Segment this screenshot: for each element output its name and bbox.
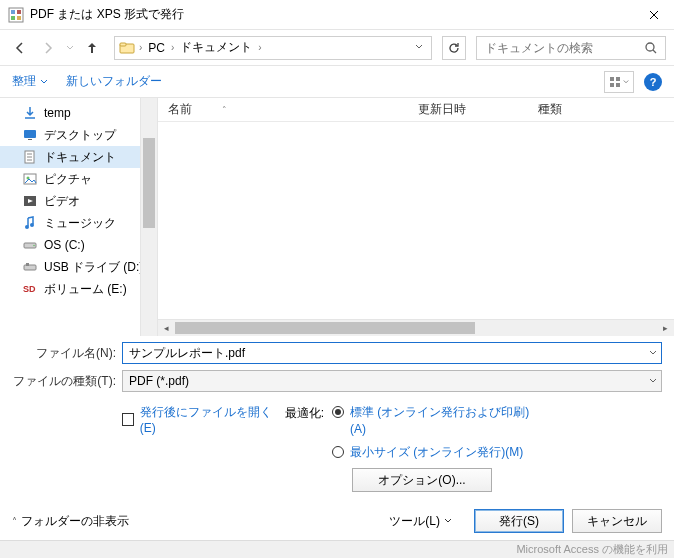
svg-rect-2: [17, 10, 21, 14]
tree-label: ドキュメント: [44, 149, 116, 166]
tree-label: OS (C:): [44, 238, 85, 252]
tools-menu[interactable]: ツール(L): [389, 513, 452, 530]
download-icon: [22, 105, 38, 121]
file-list: 名前 ˄ 更新日時 種類 ◂ ▸: [158, 98, 674, 336]
list-header: 名前 ˄ 更新日時 種類: [158, 98, 674, 122]
status-text: Microsoft Access の機能を利用: [516, 542, 668, 557]
scrollbar-thumb[interactable]: [175, 322, 475, 334]
search-icon[interactable]: [643, 41, 659, 55]
filename-label: ファイル名(N):: [12, 345, 122, 362]
svg-rect-8: [610, 77, 614, 81]
options-button[interactable]: オプション(O)...: [352, 468, 492, 492]
address-dropdown-icon[interactable]: [411, 42, 427, 53]
breadcrumb-pc[interactable]: PC: [146, 41, 167, 55]
address-bar[interactable]: › PC › ドキュメント ›: [114, 36, 432, 60]
new-folder-button[interactable]: 新しいフォルダー: [66, 73, 162, 90]
svg-point-7: [646, 43, 654, 51]
horizontal-scrollbar[interactable]: ◂ ▸: [158, 319, 674, 336]
save-fields: ファイル名(N): サンプルレポート.pdf ファイルの種類(T): PDF (…: [0, 336, 674, 392]
chevron-icon: ›: [139, 42, 142, 53]
tree-item-usb[interactable]: USB ドライブ (D:): [0, 256, 157, 278]
file-browser: temp デスクトップ ドキュメント ピクチャ ビデオ ミュージック OS (C…: [0, 98, 674, 336]
folder-icon: [119, 40, 135, 56]
filetype-value: PDF (*.pdf): [129, 374, 189, 388]
chevron-icon: ›: [258, 42, 261, 53]
tree-item-documents[interactable]: ドキュメント: [0, 146, 157, 168]
filename-value: サンプルレポート.pdf: [129, 345, 245, 362]
app-icon: [8, 7, 24, 23]
scrollbar-thumb[interactable]: [143, 138, 155, 228]
column-name[interactable]: 名前 ˄: [158, 101, 408, 118]
svg-rect-4: [17, 16, 21, 20]
publish-options: 発行後にファイルを開く(E) 最適化: 標準 (オンライン発行および印刷)(A)…: [0, 398, 674, 502]
forward-button[interactable]: [36, 36, 60, 60]
document-icon: [22, 149, 38, 165]
open-after-checkbox[interactable]: 発行後にファイルを開く(E): [122, 404, 272, 435]
tree-label: ビデオ: [44, 193, 80, 210]
svg-rect-11: [616, 83, 620, 87]
close-button[interactable]: [634, 0, 674, 30]
help-button[interactable]: ?: [644, 73, 662, 91]
svg-rect-9: [616, 77, 620, 81]
svg-rect-3: [11, 16, 15, 20]
svg-rect-23: [26, 263, 29, 266]
tree-label: デスクトップ: [44, 127, 116, 144]
svg-rect-1: [11, 10, 15, 14]
svg-rect-6: [120, 43, 126, 46]
breadcrumb-folder[interactable]: ドキュメント: [178, 39, 254, 56]
drive-icon: [22, 237, 38, 253]
search-box[interactable]: [476, 36, 666, 60]
tree-item-pictures[interactable]: ピクチャ: [0, 168, 157, 190]
tree-label: ボリューム (E:): [44, 281, 127, 298]
column-type[interactable]: 種類: [528, 101, 674, 118]
status-bar: Microsoft Access の機能を利用: [0, 540, 674, 558]
tree-item-volume-e[interactable]: SD ボリューム (E:): [0, 278, 157, 300]
dropdown-icon[interactable]: [649, 348, 657, 359]
radio-icon: [332, 446, 344, 458]
tree-scrollbar[interactable]: [140, 98, 157, 336]
tree-item-drive-c[interactable]: OS (C:): [0, 234, 157, 256]
back-button[interactable]: [8, 36, 32, 60]
svg-rect-22: [24, 265, 36, 270]
window-title: PDF または XPS 形式で発行: [30, 6, 634, 23]
filetype-select[interactable]: PDF (*.pdf): [122, 370, 662, 392]
chevron-down-icon: [444, 517, 452, 525]
refresh-button[interactable]: [442, 36, 466, 60]
tree-item-videos[interactable]: ビデオ: [0, 190, 157, 212]
standard-label: 標準 (オンライン発行および印刷)(A): [350, 404, 530, 438]
svg-rect-10: [610, 83, 614, 87]
publish-button[interactable]: 発行(S): [474, 509, 564, 533]
dropdown-icon[interactable]: [649, 376, 657, 387]
scroll-left-icon[interactable]: ◂: [158, 320, 175, 336]
view-options-button[interactable]: [604, 71, 634, 93]
cancel-button[interactable]: キャンセル: [572, 509, 662, 533]
svg-point-21: [33, 245, 35, 247]
checkbox-icon: [122, 413, 134, 426]
tree-item-temp[interactable]: temp: [0, 102, 157, 124]
up-button[interactable]: [80, 36, 104, 60]
filename-input[interactable]: サンプルレポート.pdf: [122, 342, 662, 364]
hide-folders-toggle[interactable]: ˄ フォルダーの非表示: [12, 513, 129, 530]
tree-item-music[interactable]: ミュージック: [0, 212, 157, 234]
tree-item-desktop[interactable]: デスクトップ: [0, 124, 157, 146]
optimize-minimum-radio[interactable]: 最小サイズ (オンライン発行)(M): [332, 444, 530, 461]
tree-label: temp: [44, 106, 71, 120]
optimize-standard-radio[interactable]: 標準 (オンライン発行および印刷)(A): [332, 404, 530, 438]
desktop-icon: [22, 127, 38, 143]
filetype-label: ファイルの種類(T):: [12, 373, 122, 390]
column-date[interactable]: 更新日時: [408, 101, 528, 118]
optimize-label: 最適化:: [282, 404, 324, 492]
scroll-right-icon[interactable]: ▸: [657, 320, 674, 336]
dialog-footer: ˄ フォルダーの非表示 ツール(L) 発行(S) キャンセル: [0, 502, 674, 540]
sort-indicator-icon: ˄: [222, 105, 227, 115]
history-dropdown-icon[interactable]: [66, 41, 74, 55]
music-icon: [22, 215, 38, 231]
navigation-bar: › PC › ドキュメント ›: [0, 30, 674, 66]
tree-label: ピクチャ: [44, 171, 92, 188]
minimum-label: 最小サイズ (オンライン発行)(M): [350, 444, 523, 461]
organize-menu[interactable]: 整理: [12, 73, 48, 90]
videos-icon: [22, 193, 38, 209]
svg-point-18: [25, 225, 29, 229]
pictures-icon: [22, 171, 38, 187]
search-input[interactable]: [483, 40, 643, 56]
